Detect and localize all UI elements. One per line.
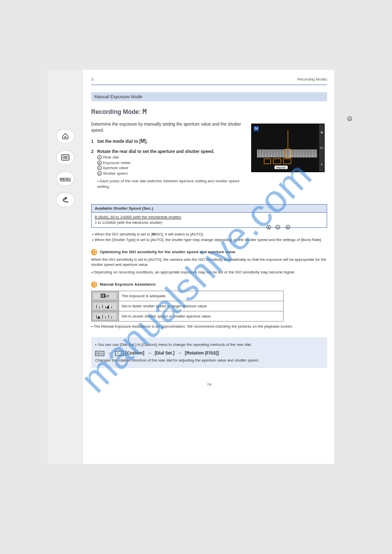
screen-highlight-a (285, 149, 291, 158)
menu-button[interactable]: MENU (57, 172, 74, 185)
contents-button[interactable] (57, 151, 74, 164)
callout-c-icon: C (97, 166, 102, 170)
intro-text: Determine the exposure by manually setti… (91, 122, 246, 134)
contents-icon (61, 154, 69, 161)
menu-path-menu-icon: MENU (95, 351, 104, 356)
screen-highlight-b (264, 159, 271, 164)
tip-2-title: Manual Exposure Assistance (100, 282, 155, 287)
shutter-speed-table: Available Shutter Speed (Sec.) B (Bulb),… (91, 204, 327, 228)
arrow-icon: → (178, 350, 182, 356)
note-1b: ISO], it will switch to [AUTO]. (155, 232, 204, 236)
table-row: Set to faster shutter speed or larger ap… (92, 301, 284, 311)
recording-mode-line: Recording Mode: M (91, 107, 327, 115)
camera-screen-illustration: M 98▸250 ◆Fn▸ (251, 124, 325, 172)
arrow-icon: → (107, 350, 112, 356)
tip-1-body2: • Depending on recording conditions, an … (91, 270, 327, 275)
tip-bulb-icon-2 (91, 282, 97, 288)
page-number: 74 (91, 382, 327, 387)
screen-right-strip: ◆Fn▸ (319, 124, 324, 172)
screen-callout-d: D (286, 225, 290, 229)
nav-sidebar: MENU (48, 70, 83, 464)
manual-page: 3. Recording Modes Manual Exposure Mode … (83, 70, 334, 464)
menu-path-intro: You can use [Dial Set.] in [Custom] menu… (98, 342, 252, 347)
menu-path-custom: [Custom] (126, 350, 144, 356)
callout-line (288, 130, 288, 149)
screen-highlight-d (283, 159, 291, 164)
screen-callout-c: C (276, 225, 280, 229)
menu-path-box: • You can use [Dial Set.] in [Custom] me… (91, 337, 327, 368)
step-2-subnote: Each press of the rear dial switches bet… (97, 179, 240, 189)
table-row: ▨±0 The exposure is adequate. (92, 291, 284, 301)
shutter-speed-row-1: B (Bulb), 60 to 1/4000 (with the mechani… (95, 215, 324, 220)
exposure-assist-table: ▨±0 The exposure is adequate. Set to fas… (91, 291, 284, 322)
screen-callout-a: A (347, 116, 352, 121)
home-button[interactable] (57, 130, 74, 143)
back-icon (61, 197, 69, 203)
menu-path-rotation: [Rotation (F/SS)] (185, 350, 219, 356)
step-2: 2 Rotate the rear dial to set the apertu… (91, 149, 246, 190)
table-footnote: • The Manual Exposure Assistance is an a… (91, 324, 327, 330)
step-1-text-a: Set the mode dial to [ (97, 139, 141, 144)
tip-bulb-icon (91, 249, 97, 255)
callout-d-label: Shutter speed (103, 171, 128, 176)
menu-icon-text: MENU (60, 177, 71, 181)
menu-path-custom-icon: 🔧C (115, 351, 124, 356)
callout-b-icon: B (97, 161, 102, 165)
tip-1-title: Optimizing the ISO sensitivity for the s… (100, 250, 236, 254)
table-cell-2: Set to faster shutter speed or larger ap… (119, 301, 284, 311)
callout-a-icon: A (97, 155, 102, 160)
mode-heading-band: Manual Exposure Mode (91, 92, 327, 101)
home-icon (62, 133, 69, 140)
callout-d-icon: D (97, 171, 102, 176)
callout-b-label: Exposure meter (103, 161, 131, 165)
back-button[interactable] (57, 193, 74, 207)
step-1: 1 Set the mode dial to [M]. (91, 138, 246, 145)
mode-m-icon: M (142, 107, 146, 115)
screen-highlight-c (273, 159, 281, 164)
arrow-icon: → (147, 350, 152, 356)
screen-ss-value: 98▸250 (275, 166, 288, 169)
meter-icon-center: ▨±0 (92, 291, 119, 301)
table-row: Set to slower shutter speed or smaller a… (92, 311, 284, 321)
note-block: • When the ISO sensitivity is set to [MI… (91, 232, 327, 243)
step-1-text-b: ]. (145, 139, 147, 144)
mode-m-inline-icon: M (141, 138, 145, 144)
screen-mode-badge: M (254, 126, 259, 131)
shutter-speed-header: Available Shutter Speed (Sec.) (92, 205, 327, 213)
tip-1-header: Optimizing the ISO sensitivity for the s… (91, 249, 327, 255)
tip-1-body: When the ISO sensitivity is set to [AUTO… (91, 257, 327, 268)
header-rule (91, 85, 327, 85)
menu-path-dialset: [Dial Set.] (154, 350, 174, 356)
table-cell-1: The exposure is adequate. (119, 291, 284, 301)
callout-a-label: Rear dial (103, 155, 119, 160)
table-cell-3: Set to slower shutter speed or smaller a… (119, 311, 284, 321)
menu-path-row: MENU → 🔧C [Custom] → [Dial Set.] → [Rota… (95, 350, 323, 356)
page-header: 3. Recording Modes (91, 77, 327, 82)
menu-path-tail: Changes the rotation direction of the re… (95, 358, 323, 363)
meter-icon-minus (92, 311, 119, 321)
section-title: Recording Modes (297, 77, 327, 82)
note-2: When the [Shutter Type] is set to [AUTO]… (95, 238, 322, 242)
tip-2-header: Manual Exposure Assistance (91, 282, 327, 288)
meter-icon-plus (92, 301, 119, 311)
note-1a: When the ISO sensitivity is set to [ (95, 232, 152, 236)
callout-c-label: Aperture value (103, 166, 129, 170)
step-2-text: Rotate the rear dial to set the aperture… (97, 149, 214, 154)
recording-mode-label: Recording Mode: (91, 108, 142, 115)
section-number: 3. (91, 77, 94, 82)
step-1-number: 1 (91, 139, 94, 144)
step-2-number: 2 (91, 149, 94, 154)
screen-callout-b: B (266, 225, 271, 229)
